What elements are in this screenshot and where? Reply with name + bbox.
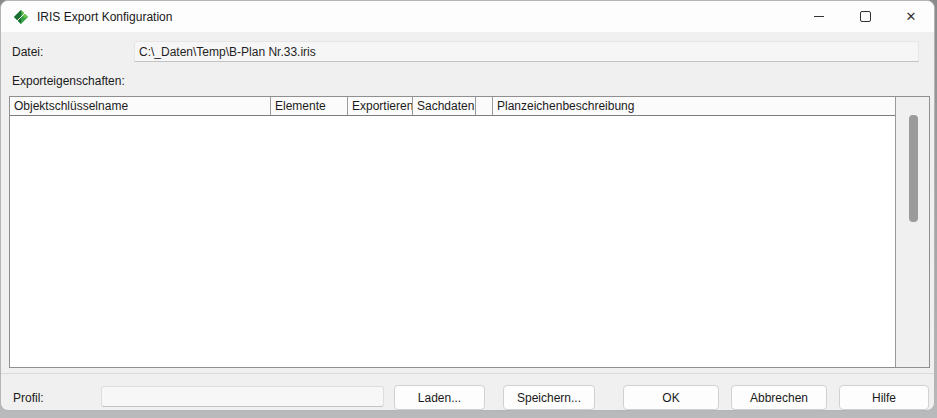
file-label: Datei: [12,45,43,59]
col-header-elemente[interactable]: Elemente [271,97,348,115]
footer-separator [1,373,934,374]
export-properties-table: Objektschlüsselname Elemente Exportieren… [9,96,930,368]
col-header-sachdaten[interactable]: Sachdaten [413,97,476,115]
scrollbar-thumb[interactable] [909,115,918,222]
profil-input[interactable] [101,386,384,407]
laden-button[interactable]: Laden... [394,385,485,410]
window-title: IRIS Export Konfiguration [37,10,172,24]
maximize-button[interactable] [842,1,888,32]
file-path-field[interactable]: C:\_Daten\Temp\B-Plan Nr.33.iris [134,41,919,62]
col-header-objektschluesselname[interactable]: Objektschlüsselname [10,97,271,115]
close-button[interactable]: ✕ [888,1,934,32]
col-header-exportieren[interactable]: Exportieren [348,97,413,115]
maximize-icon [860,11,871,22]
ok-button[interactable]: OK [623,385,719,410]
abbrechen-button[interactable]: Abbrechen [731,385,827,410]
titlebar: IRIS Export Konfiguration ✕ [1,1,934,32]
table-header-row: Objektschlüsselname Elemente Exportieren… [10,97,895,116]
minimize-button[interactable] [796,1,842,32]
speichern-button[interactable]: Speichern... [503,385,595,410]
close-icon: ✕ [906,10,917,23]
col-header-more [476,97,493,115]
minimize-icon [814,16,824,17]
export-properties-label: Exporteigenschaften: [12,74,125,88]
app-icon [13,9,29,25]
col-header-planzeichenbeschreibung[interactable]: Planzeichenbeschreibung [493,97,895,115]
hilfe-button[interactable]: Hilfe [839,385,929,410]
iris-export-dialog: IRIS Export Konfiguration ✕ Datei: C:\_D… [0,0,935,411]
profil-label: Profil: [13,391,44,405]
vertical-scrollbar[interactable] [896,97,929,367]
